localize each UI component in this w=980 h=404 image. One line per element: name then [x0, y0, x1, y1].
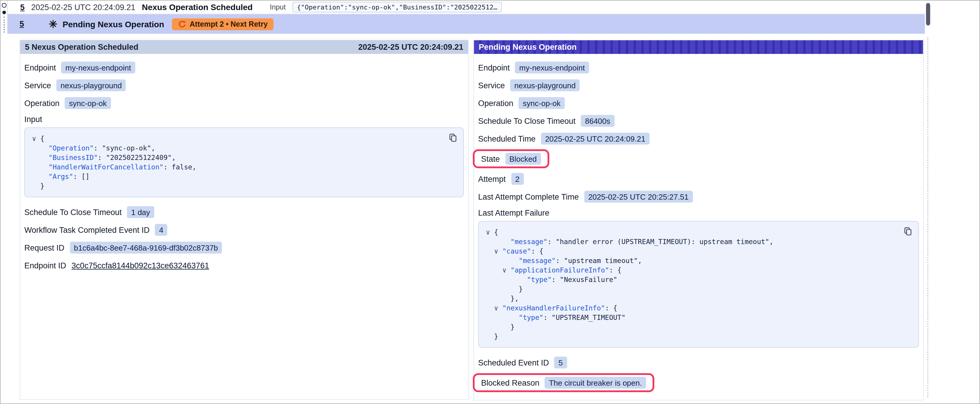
- annotation-highlight-state: State Blocked: [473, 149, 549, 168]
- event-history-rows: 5 2025-02-25 UTC 20:24:09.21 Nexus Opera…: [8, 1, 925, 34]
- event-input-preview-chip[interactable]: {"Operation":"sync-op-ok","BusinessID":"…: [292, 2, 502, 13]
- scheduled-panel-body: Endpoint my-nexus-endpoint Service nexus…: [20, 54, 468, 280]
- field-row-operation: Operation sync-op-ok: [478, 94, 919, 112]
- field-label: Attempt: [478, 174, 506, 183]
- field-row-last-attempt-complete-time: Last Attempt Complete Time 2025-02-25 UT…: [478, 188, 919, 206]
- field-label: Service: [24, 81, 51, 90]
- field-label: Endpoint ID: [24, 261, 66, 270]
- retry-badge-label: Attempt 2 • Next Retry: [189, 20, 267, 28]
- field-value-badge: sync-op-ok: [519, 97, 565, 109]
- copy-button[interactable]: [902, 226, 913, 236]
- event-title: Pending Nexus Operation: [63, 19, 164, 29]
- scrollbar-track[interactable]: [927, 37, 928, 398]
- pending-panel-header: Pending Nexus Operation: [474, 40, 923, 54]
- field-value-badge: b1c6a4bc-8ee7-468a-9169-df3b02c8737b: [70, 242, 222, 253]
- field-label: Schedule To Close Timeout: [24, 208, 122, 217]
- field-value-badge: 2025-02-25 UTC 20:25:27.51: [584, 191, 693, 203]
- field-value-badge: nexus-playground: [56, 79, 126, 91]
- field-row-endpoint: Endpoint my-nexus-endpoint: [478, 59, 919, 76]
- field-label: Workflow Task Completed Event ID: [24, 225, 150, 234]
- field-label: Service: [478, 81, 505, 90]
- field-row-schedule-to-close-timeout: Schedule To Close Timeout 1 day: [24, 203, 464, 221]
- event-timestamp: 2025-02-25 UTC 20:24:09.21: [31, 3, 135, 11]
- field-label: State: [481, 154, 500, 163]
- field-label: Blocked Reason: [481, 378, 539, 387]
- field-row-operation: Operation sync-op-ok: [24, 94, 464, 112]
- field-row-schedule-to-close-timeout: Schedule To Close Timeout 86400s: [478, 112, 919, 130]
- field-label: Operation: [24, 99, 60, 108]
- timeline-event-marker-icon: [2, 11, 6, 14]
- field-label: Scheduled Event ID: [478, 358, 549, 367]
- field-row-state: State Blocked: [478, 147, 919, 170]
- field-label: Request ID: [24, 243, 64, 252]
- timeline-start-marker-icon: [2, 3, 6, 8]
- scheduled-event-panel: 5 Nexus Operation Scheduled 2025-02-25 U…: [19, 40, 469, 400]
- retry-icon: [178, 20, 186, 28]
- field-value-badge: 86400s: [581, 115, 614, 127]
- field-row-scheduled-event-id: Scheduled Event ID 5: [478, 354, 919, 371]
- field-label: Last Attempt Complete Time: [478, 192, 579, 201]
- field-row-endpoint: Endpoint my-nexus-endpoint: [24, 59, 464, 76]
- field-value-badge: 4: [155, 224, 167, 236]
- timeline-connector: [3, 17, 5, 33]
- nexus-asterisk-icon: [48, 19, 57, 29]
- blocked-reason-badge: The circuit breaker is open.: [545, 377, 646, 388]
- retry-attempt-badge: Attempt 2 • Next Retry: [172, 18, 274, 30]
- panel-title: Pending Nexus Operation: [479, 43, 577, 52]
- event-id-link[interactable]: 5: [20, 3, 25, 11]
- field-row-endpoint-id: Endpoint ID 3c0c75ccfa8144b092c13ce63246…: [24, 257, 464, 274]
- event-input-label: Input: [270, 3, 286, 11]
- field-row-request-id: Request ID b1c6a4bc-8ee7-468a-9169-df3b0…: [24, 239, 464, 257]
- input-section-label: Input: [24, 112, 464, 126]
- annotation-highlight-blocked-reason: Blocked Reason The circuit breaker is op…: [473, 373, 654, 392]
- field-value-badge: 1 day: [127, 206, 154, 218]
- field-row-blocked-reason: Blocked Reason The circuit breaker is op…: [478, 371, 919, 394]
- temporal-event-details-view: 5 2025-02-25 UTC 20:24:09.21 Nexus Opera…: [0, 0, 980, 404]
- endpoint-id-link[interactable]: 3c0c75ccfa8144b092c13ce632463761: [72, 261, 209, 270]
- pending-panel-body: Endpoint my-nexus-endpoint Service nexus…: [474, 54, 923, 400]
- field-row-attempt: Attempt 2: [478, 170, 919, 188]
- pending-operation-panel: Pending Nexus Operation Endpoint my-nexu…: [473, 40, 924, 401]
- event-title: Nexus Operation Scheduled: [142, 2, 252, 12]
- json-tree[interactable]: ∨ { "message": "handler error (UPSTREAM_…: [486, 228, 898, 341]
- event-row-nexus-operation-scheduled[interactable]: 5 2025-02-25 UTC 20:24:09.21 Nexus Opera…: [8, 1, 925, 14]
- timeline-gutter: [1, 1, 8, 34]
- input-json-viewer: ∨ { "Operation": "sync-op-ok", "Business…: [24, 127, 464, 197]
- field-label: Endpoint: [478, 63, 510, 72]
- field-row-scheduled-time: Scheduled Time 2025-02-25 UTC 20:24:09.2…: [478, 130, 919, 147]
- state-badge: Blocked: [505, 153, 541, 165]
- field-value-badge: my-nexus-endpoint: [515, 62, 589, 73]
- field-row-service: Service nexus-playground: [478, 76, 919, 94]
- field-value-badge: nexus-playground: [510, 79, 580, 91]
- event-id-link[interactable]: 5: [19, 19, 24, 29]
- field-row-service: Service nexus-playground: [24, 76, 464, 94]
- scrollbar-thumb[interactable]: [926, 3, 930, 25]
- field-label: Operation: [478, 99, 514, 108]
- field-label: Schedule To Close Timeout: [478, 116, 576, 125]
- field-label: Scheduled Time: [478, 134, 536, 143]
- panel-title: 5 Nexus Operation Scheduled: [25, 43, 138, 52]
- event-row-pending-nexus-operation[interactable]: 5 Pending Nexus Operation: [8, 14, 925, 34]
- field-value-badge: 5: [554, 356, 567, 368]
- field-value-badge: my-nexus-endpoint: [61, 62, 135, 73]
- panel-timestamp: 2025-02-25 UTC 20:24:09.21: [358, 43, 463, 52]
- json-tree[interactable]: ∨ { "Operation": "sync-op-ok", "Business…: [32, 134, 443, 191]
- field-value-badge: 2: [511, 173, 523, 185]
- copy-button[interactable]: [447, 132, 458, 143]
- field-row-workflow-task-completed-event-id: Workflow Task Completed Event ID 4: [24, 221, 464, 239]
- field-value-badge: sync-op-ok: [65, 97, 111, 109]
- event-detail-panels: 5 Nexus Operation Scheduled 2025-02-25 U…: [19, 40, 924, 401]
- failure-json-viewer: ∨ { "message": "handler error (UPSTREAM_…: [478, 221, 919, 348]
- field-value-badge: 2025-02-25 UTC 20:24:09.21: [541, 133, 649, 144]
- last-attempt-failure-label: Last Attempt Failure: [478, 206, 919, 220]
- field-label: Endpoint: [24, 63, 56, 72]
- scheduled-panel-header: 5 Nexus Operation Scheduled 2025-02-25 U…: [20, 40, 468, 54]
